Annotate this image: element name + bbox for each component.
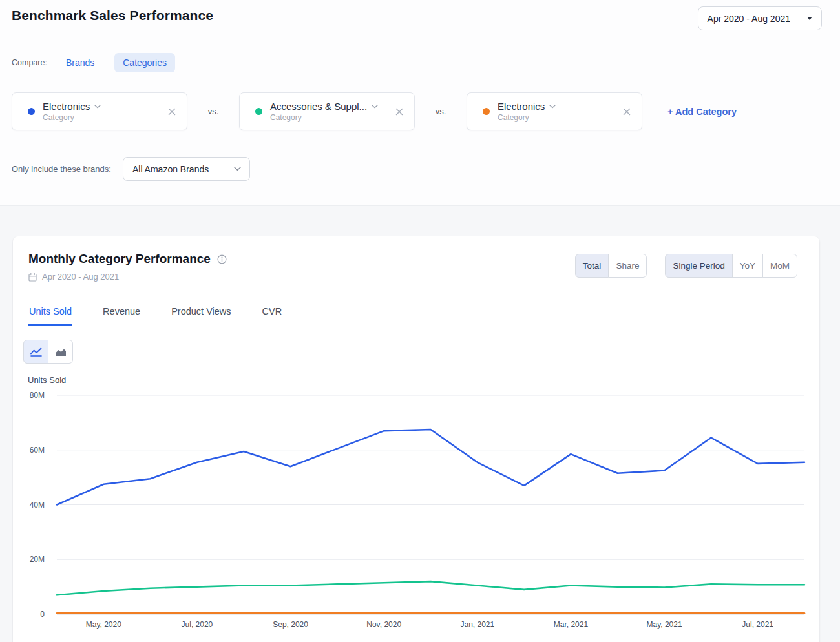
category-select[interactable]: Electronics [43, 101, 101, 112]
add-category-button[interactable]: + Add Category [664, 106, 740, 118]
toggle-mom[interactable]: MoM [762, 254, 797, 278]
x-axis-tick-label: May, 2020 [86, 620, 121, 629]
performance-panel: Monthly Category Performance Apr 2020 - … [13, 236, 819, 642]
category-name: Electronics [498, 101, 545, 112]
toggle-share[interactable]: Share [608, 254, 647, 278]
page: Benchmark Sales Performance Apr 2020 - A… [0, 0, 840, 642]
brand-filter-select[interactable]: All Amazon Brands [123, 157, 250, 181]
comparison-cards-row: Electronics Category vs. Accessories & S… [12, 92, 740, 130]
chart-plot: 020M40M60M80MMay, 2020Jul, 2020Sep, 2020… [57, 395, 804, 614]
area-chart-icon [55, 347, 67, 357]
content-background: Monthly Category Performance Apr 2020 - … [0, 205, 840, 642]
y-axis-tick-label: 20M [17, 555, 45, 564]
tab-units-sold[interactable]: Units Sold [28, 298, 72, 326]
tab-revenue[interactable]: Revenue [102, 298, 141, 326]
category-info: Accessories & Suppl... Category [270, 101, 378, 122]
series-color-dot [28, 108, 35, 115]
x-axis-tick-label: Jul, 2021 [742, 620, 773, 629]
y-axis-tick-label: 60M [17, 446, 45, 455]
brand-filter-label: Only include these brands: [12, 164, 111, 174]
category-name: Accessories & Suppl... [270, 101, 367, 112]
panel-date-range: Apr 2020 - Aug 2021 [42, 272, 119, 282]
toggle-single-period[interactable]: Single Period [665, 254, 732, 278]
comparison-card-3: Electronics Category [467, 92, 642, 130]
vs-label: vs. [187, 107, 239, 116]
series-color-dot [255, 108, 262, 115]
panel-header: Monthly Category Performance Apr 2020 - … [13, 236, 819, 285]
close-icon[interactable] [620, 105, 633, 118]
chevron-down-icon [372, 105, 378, 109]
x-axis-tick-label: Sep, 2020 [273, 620, 308, 629]
panel-title: Monthly Category Performance [28, 252, 211, 266]
comparison-card-2: Accessories & Suppl... Category [239, 92, 415, 130]
toggle-total[interactable]: Total [575, 254, 609, 278]
line-chart [57, 395, 804, 614]
compare-row: Compare: Brands Categories [12, 53, 175, 72]
category-type-label: Category [270, 113, 378, 122]
x-axis-tick-label: Jan, 2021 [460, 620, 494, 629]
x-axis-tick-label: Nov, 2020 [366, 620, 401, 629]
category-info: Electronics Category [43, 101, 101, 122]
series-line-1 [57, 581, 804, 595]
compare-option-brands[interactable]: Brands [58, 53, 103, 72]
brand-filter-value: All Amazon Brands [132, 164, 209, 174]
category-name: Electronics [43, 101, 90, 112]
brand-filter-row: Only include these brands: All Amazon Br… [12, 157, 250, 181]
category-select[interactable]: Electronics [498, 101, 556, 112]
tab-product-views[interactable]: Product Views [171, 298, 231, 326]
line-chart-toggle[interactable] [23, 340, 48, 364]
toggle-yoy[interactable]: YoY [732, 254, 763, 278]
chart-section: Units Sold 020M40M60M80MMay, 2020Jul, 20… [13, 326, 819, 642]
compare-option-categories[interactable]: Categories [114, 53, 175, 72]
chart-type-toggle [23, 340, 73, 364]
category-type-label: Category [498, 113, 556, 122]
panel-controls: Total Share Single Period YoY MoM [575, 254, 797, 278]
y-axis-tick-label: 0 [17, 610, 45, 619]
calendar-icon [28, 273, 37, 282]
chevron-down-icon [549, 105, 556, 109]
comparison-card-1: Electronics Category [12, 92, 187, 130]
chevron-down-icon [94, 105, 101, 109]
area-chart-toggle[interactable] [48, 340, 73, 364]
page-title: Benchmark Sales Performance [12, 8, 213, 23]
compare-label: Compare: [12, 58, 47, 67]
date-range-value: Apr 2020 - Aug 2021 [708, 14, 790, 24]
x-axis-tick-label: Mar, 2021 [554, 620, 588, 629]
tab-cvr[interactable]: CVR [262, 298, 283, 326]
value-toggle-group: Total Share [575, 254, 647, 278]
info-icon[interactable] [217, 254, 227, 264]
period-toggle-group: Single Period YoY MoM [665, 254, 797, 278]
date-range-picker[interactable]: Apr 2020 - Aug 2021 [698, 6, 822, 30]
caret-down-icon [807, 17, 812, 20]
x-axis-tick-label: Jul, 2020 [182, 620, 213, 629]
vs-label: vs. [415, 107, 467, 116]
series-line-0 [57, 430, 804, 505]
category-type-label: Category [43, 113, 101, 122]
y-axis-tick-label: 80M [17, 391, 45, 400]
y-axis-tick-label: 40M [17, 501, 45, 510]
y-axis-title: Units Sold [28, 375, 66, 385]
series-color-dot [483, 108, 490, 115]
category-info: Electronics Category [498, 101, 556, 122]
close-icon[interactable] [393, 105, 406, 118]
close-icon[interactable] [165, 105, 178, 118]
x-axis-tick-label: May, 2021 [646, 620, 682, 629]
chevron-down-icon [234, 167, 241, 171]
metric-tabs: Units Sold Revenue Product Views CVR [13, 298, 819, 326]
line-chart-icon [30, 347, 42, 357]
category-select[interactable]: Accessories & Suppl... [270, 101, 378, 112]
